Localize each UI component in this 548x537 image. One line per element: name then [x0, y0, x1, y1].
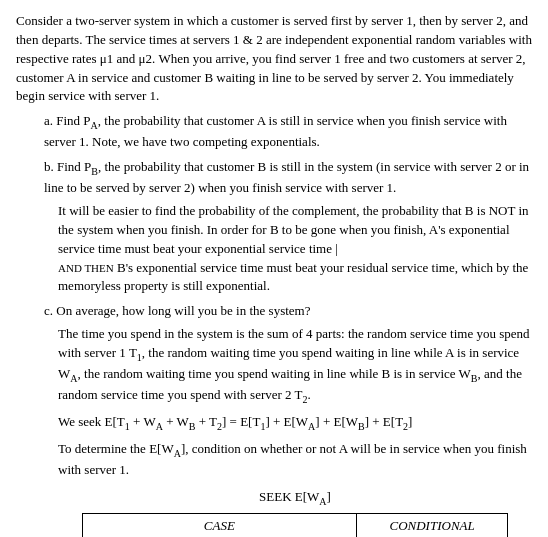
item-b-complement-text: It will be easier to find the probabilit…: [58, 203, 529, 256]
intro-paragraph: Consider a two-server system in which a …: [16, 12, 532, 106]
col-answer: CONDITIONAL ANSWER: [356, 514, 507, 537]
item-a-label: a.: [44, 113, 53, 128]
item-b: b. Find PB, the probability that custome…: [44, 158, 532, 296]
intro-text: Consider a two-server system in which a …: [16, 12, 532, 106]
item-b-pipe: |: [332, 241, 338, 256]
item-b-text2: , the probability that customer B is sti…: [44, 159, 529, 195]
seek-header: SEEK E[WA]: [58, 488, 532, 509]
col-case: CASE: [82, 514, 356, 537]
item-b-and-then: AND THEN: [58, 262, 114, 274]
item-c-cond-WA: To determine the E[WA], condition on whe…: [58, 440, 532, 480]
problem-list: a. Find PA, the probability that custome…: [44, 112, 532, 537]
item-c: c. On average, how long will you be in t…: [44, 302, 532, 537]
item-b-label: b.: [44, 159, 54, 174]
item-b-complement-text2: B's exponential service time must beat y…: [58, 260, 528, 294]
item-a-text2: , the probability that customer A is sti…: [44, 113, 507, 149]
table-header-row: CASE CONDITIONAL ANSWER: [82, 514, 508, 537]
seek-table: CASE CONDITIONAL ANSWER A in service whe…: [82, 513, 509, 537]
item-c-equation: We seek E[T1 + WA + WB + T2] = E[T1] + E…: [58, 413, 532, 434]
item-c-label: c.: [44, 303, 53, 318]
item-c-body: The time you spend in the system is the …: [58, 325, 532, 537]
item-a-sub: A: [91, 120, 98, 131]
item-b-complement: It will be easier to find the probabilit…: [58, 202, 532, 296]
item-b-sub: B: [91, 166, 98, 177]
item-a-text: Find PA, the probability that customer A…: [44, 113, 507, 149]
item-c-body-p1: The time you spend in the system is the …: [58, 325, 532, 407]
item-c-text: On average, how long will you be in the …: [56, 303, 310, 318]
item-b-text: Find PB, the probability that customer B…: [44, 159, 529, 195]
item-a: a. Find PA, the probability that custome…: [44, 112, 532, 152]
